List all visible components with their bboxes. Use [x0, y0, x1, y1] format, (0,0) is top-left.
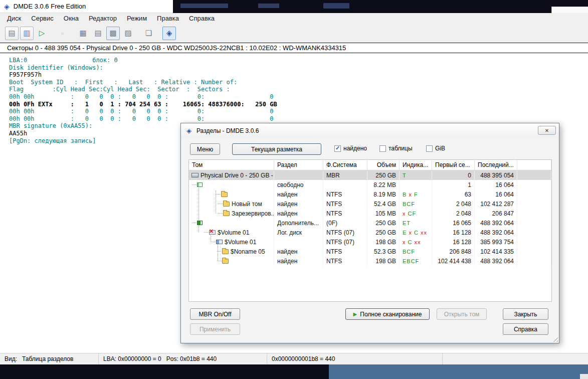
- table-view-button[interactable]: ▤: [91, 27, 105, 40]
- checkbox-gib[interactable]: GiB: [426, 145, 445, 152]
- last-sector-cell: 206 847: [475, 209, 517, 218]
- unchecked-checkbox-icon[interactable]: [379, 145, 386, 152]
- size-cell: 8.19 MB: [367, 189, 400, 199]
- menu-item-2[interactable]: Окна: [59, 14, 84, 23]
- checkbox-label: GiB: [435, 145, 445, 152]
- partition-row-7[interactable]: $Volume 01NTFS (07)198 GBx C xx16 128385…: [189, 237, 551, 247]
- menu-item-0[interactable]: Диск: [2, 14, 26, 23]
- indicators-cell: B x F: [400, 189, 432, 199]
- spacer-cell: [517, 199, 551, 209]
- indicator-flag: x: [403, 239, 408, 245]
- disk-view-button[interactable]: ▦: [76, 27, 90, 40]
- fs-cell: (0F): [323, 218, 367, 228]
- hex-view-button[interactable]: ▩: [106, 27, 120, 40]
- column-header-0[interactable]: Том: [189, 160, 274, 170]
- dmde-logo-button[interactable]: ◈: [162, 27, 176, 40]
- partition-row-8[interactable]: $Noname 05найденNTFS52.3 GBBCF206 848102…: [189, 247, 551, 256]
- partition-row-5[interactable]: Дополнитель...(0F)250 GBET16 065488 392 …: [189, 218, 551, 228]
- new-window-button: ▫: [56, 27, 69, 40]
- fs-cell: MBR: [323, 170, 367, 180]
- column-header-6[interactable]: Последний...: [475, 160, 517, 170]
- column-header-3[interactable]: Объем: [367, 160, 400, 170]
- menu-button[interactable]: Меню: [190, 143, 220, 155]
- checkbox-tables[interactable]: таблицы: [379, 145, 413, 152]
- close-dialog-button[interactable]: Закрыть: [503, 308, 548, 320]
- menu-item-5[interactable]: Правка: [152, 14, 184, 23]
- first-sector-cell: 206 848: [432, 247, 475, 256]
- status-segment-3: [443, 353, 588, 364]
- editor-line-2: F957F957h: [9, 71, 588, 79]
- first-sector-cell: 16 128: [432, 228, 475, 237]
- partition-row-3[interactable]: Новый томнайденNTFS52.4 GBBCF2 048102 41…: [189, 199, 551, 209]
- checkbox-label: таблицы: [388, 145, 413, 152]
- current-layout-button[interactable]: Текущая разметка: [232, 143, 321, 155]
- hex-view-icon: ▩: [109, 29, 116, 38]
- indicator-flag: CF: [408, 211, 417, 217]
- open-volume-button[interactable]: Открыть том: [437, 308, 487, 320]
- status-segment-1: LBA: 0x00000000 = 0 Pos: 0x01b8 = 440: [99, 353, 267, 364]
- toolbar: ▤▥▷▫▦▤▩▨❏◈: [0, 24, 588, 43]
- menu-item-4[interactable]: Режим: [122, 14, 152, 23]
- column-header-1[interactable]: Раздел: [274, 160, 323, 170]
- unchecked-checkbox-icon[interactable]: [426, 145, 433, 152]
- partition-cell: найден: [274, 256, 323, 266]
- volume-name: $Volume 01: [218, 229, 249, 236]
- partition-table-header: ТомРазделФ.СистемаОбъемИндика...Первый с…: [189, 160, 551, 170]
- indicators-cell: x CF: [400, 209, 432, 218]
- partition-row-1[interactable]: свободно8.22 MB116 064: [189, 180, 551, 189]
- tree-connector: [217, 261, 222, 261]
- mbr-onoff-button[interactable]: MBR On/Off: [190, 308, 240, 320]
- close-button[interactable]: ✕: [538, 126, 556, 135]
- indicator-flag: F: [414, 192, 418, 198]
- help-button[interactable]: Справка: [503, 323, 548, 335]
- volume-cell: [189, 189, 274, 199]
- indicator-flag: xx: [415, 239, 421, 245]
- background-text-fragment: [323, 3, 349, 9]
- partition-row-2[interactable]: найденNTFS8.19 MBB x F6316 064: [189, 189, 551, 199]
- size-cell: 250 GB: [367, 170, 400, 180]
- indicators-cell: EBCF: [400, 256, 432, 266]
- full-scan-button[interactable]: ▶ Полное сканирование: [345, 308, 430, 320]
- volume-name: Новый том: [232, 201, 262, 208]
- checkbox-found[interactable]: найдено: [334, 145, 367, 152]
- menu-item-6[interactable]: Справка: [184, 14, 220, 23]
- partition-row-9[interactable]: найденNTFS198 GBEBCF102 414 438488 392 0…: [189, 256, 551, 266]
- status-segment-2: 0x0000000001b8 = 440: [267, 353, 443, 364]
- last-sector-cell: 385 993 754: [475, 237, 517, 247]
- tree-connector: [218, 213, 223, 214]
- close-icon: ✕: [545, 128, 549, 133]
- partition-cell: [274, 170, 323, 180]
- dialog-titlebar[interactable]: ◈ Разделы - DMDE 3.0.6 ✕: [181, 123, 559, 138]
- dmde-logo-icon: ◈: [166, 29, 172, 38]
- menu-item-3[interactable]: Редактор: [84, 14, 122, 23]
- windows-cascade-button[interactable]: ❏: [142, 27, 155, 40]
- open-drive-button[interactable]: ▤: [5, 27, 19, 40]
- partition-row-4[interactable]: Зарезервиров...найденNTFS105 MBx CF2 048…: [189, 209, 551, 218]
- background-window: [173, 0, 588, 13]
- partition-cell: Дополнитель...: [274, 218, 323, 228]
- indicators-cell: T: [400, 170, 432, 180]
- sector-info-bar: Секторы 0 - 488 395 054 - Physical Drive…: [0, 43, 588, 53]
- spacer-cell: [517, 228, 551, 237]
- volume-cell: Physical Drive 0 - 250 GB - ...: [189, 170, 274, 180]
- continue-button[interactable]: ▷: [35, 27, 49, 40]
- column-header-5[interactable]: Первый се...: [432, 160, 475, 170]
- screen: ◈ DMDE 3.0.6 Free Edition ДискСервисОкна…: [0, 0, 588, 379]
- editor-line-8: 00h 00h : 0 0 0 : 0 0 0 : 0: 0: [9, 115, 588, 123]
- resize-grip[interactable]: [551, 335, 558, 342]
- tree-connector: [218, 204, 223, 204]
- fs-cell: NTFS: [323, 199, 367, 209]
- text-view-button[interactable]: ▨: [121, 27, 135, 40]
- column-header-4[interactable]: Индика...: [400, 160, 432, 170]
- partition-row-6[interactable]: $Volume 01Лог. дискNTFS (07)250 GBE x C …: [189, 228, 551, 237]
- partition-manager-button[interactable]: ▥: [20, 27, 34, 40]
- apply-button[interactable]: Применить: [190, 323, 240, 335]
- indicator-flag: C: [408, 239, 415, 245]
- size-cell: 250 GB: [367, 228, 400, 237]
- menu-item-1[interactable]: Сервис: [26, 14, 59, 23]
- volume-name: Physical Drive 0 - 250 GB - ...: [201, 172, 274, 179]
- column-header-7[interactable]: [517, 160, 551, 170]
- checked-checkbox-icon[interactable]: [334, 145, 341, 152]
- partition-row-0[interactable]: Physical Drive 0 - 250 GB - ...MBR250 GB…: [189, 170, 551, 180]
- column-header-2[interactable]: Ф.Система: [323, 160, 367, 170]
